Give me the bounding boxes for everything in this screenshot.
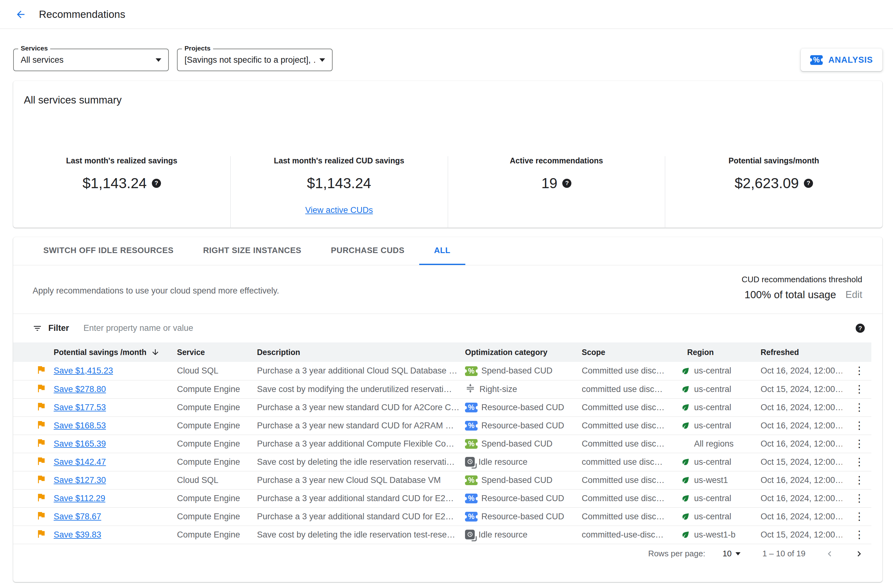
filter-input[interactable] xyxy=(83,323,855,333)
column-header-description[interactable]: Description xyxy=(257,342,465,362)
resource-cud-ticket-icon: % xyxy=(465,403,478,412)
savings-link[interactable]: Save $112.29 xyxy=(54,494,105,503)
row-menu-button[interactable]: ⋮ xyxy=(842,438,864,449)
row-menu-button[interactable]: ⋮ xyxy=(842,365,864,376)
leaf-icon xyxy=(681,384,690,394)
edit-threshold-link[interactable]: Edit xyxy=(846,289,862,300)
description-cell: Purchase a 3 year additional standard CU… xyxy=(257,507,465,526)
row-menu-button[interactable]: ⋮ xyxy=(842,402,864,412)
service-cell: Compute Engine xyxy=(177,417,257,435)
description-cell: Save cost by deleting the idle reservati… xyxy=(257,453,465,471)
back-button[interactable] xyxy=(14,8,28,21)
rows-per-page-select[interactable]: 10 xyxy=(723,549,741,558)
table-row: Save $78.67 Compute Engine Purchase a 3 … xyxy=(13,507,871,526)
column-header-scope[interactable]: Scope xyxy=(582,342,681,362)
help-icon[interactable]: ? xyxy=(562,179,571,188)
projects-select-value: [Savings not specific to a project], … xyxy=(185,55,315,65)
projects-select-label: Projects xyxy=(182,45,213,52)
column-header-optimization-category[interactable]: Optimization category xyxy=(465,342,582,362)
leaf-icon xyxy=(681,476,690,485)
analysis-button[interactable]: % ANALYSIS xyxy=(801,49,882,71)
flag-icon xyxy=(36,364,47,375)
view-active-cuds-link[interactable]: View active CUDs xyxy=(305,206,373,215)
category-cell: % Spend-based CUD xyxy=(465,362,582,380)
summary-stats: Last month's realized savings $1,143.24 … xyxy=(13,156,882,228)
row-menu-button[interactable]: ⋮ xyxy=(842,493,864,503)
leaf-icon xyxy=(681,366,690,376)
category-icon xyxy=(465,457,475,467)
services-select-label: Services xyxy=(18,45,50,52)
savings-link[interactable]: Save $1,415.23 xyxy=(54,366,113,375)
menu-column-header xyxy=(842,342,871,362)
row-menu-button[interactable]: ⋮ xyxy=(842,511,864,522)
table-row: Save $278.80 Compute Engine Save cost by… xyxy=(13,380,871,398)
stat-label: Potential savings/month xyxy=(665,156,882,165)
description-cell: Purchase a 3 year new standard CUD for A… xyxy=(257,398,465,417)
flag-column-header xyxy=(13,342,54,362)
savings-link[interactable]: Save $168.53 xyxy=(54,421,106,430)
projects-select[interactable]: Projects [Savings not specific to a proj… xyxy=(177,49,332,71)
tab-purchase-cuds[interactable]: PURCHASE CUDS xyxy=(316,237,419,265)
refreshed-cell: Oct 16, 2024, 12:00… xyxy=(761,507,842,526)
refreshed-cell: Oct 16, 2024, 12:00… xyxy=(761,417,842,435)
category-cell: % Resource-based CUD xyxy=(465,398,582,417)
savings-link[interactable]: Save $142.47 xyxy=(54,457,106,466)
row-menu-button[interactable]: ⋮ xyxy=(842,457,864,467)
tab-right-size-instances[interactable]: RIGHT SIZE INSTANCES xyxy=(188,237,316,265)
stat-realized-cud-savings: Last month's realized CUD savings $1,143… xyxy=(230,156,448,228)
stat-value: $1,143.24 xyxy=(83,175,147,192)
help-icon[interactable]: ? xyxy=(855,324,865,333)
savings-link[interactable]: Save $78.67 xyxy=(54,512,101,521)
refreshed-cell: Oct 16, 2024, 12:00… xyxy=(761,471,842,489)
category-cell: % Spend-based CUD xyxy=(465,471,582,489)
category-icon: % xyxy=(465,439,478,449)
arrow-back-icon xyxy=(15,9,26,20)
leaf-icon xyxy=(681,457,690,466)
flag-icon xyxy=(36,492,47,503)
row-menu-button[interactable]: ⋮ xyxy=(842,530,864,540)
stat-label: Last month's realized savings xyxy=(13,156,230,165)
savings-link[interactable]: Save $165.39 xyxy=(54,439,106,448)
flag-icon xyxy=(36,474,47,484)
row-menu-button[interactable]: ⋮ xyxy=(842,475,864,485)
region-cell: us-central xyxy=(681,380,761,398)
category-cell: Right-size xyxy=(465,380,582,398)
filter-icon xyxy=(33,324,42,333)
scope-cell: Committed use disc… xyxy=(582,435,681,453)
service-cell: Compute Engine xyxy=(177,507,257,526)
row-menu-button[interactable]: ⋮ xyxy=(842,384,864,394)
column-header-refreshed[interactable]: Refreshed xyxy=(761,342,842,362)
category-cell: % Resource-based CUD xyxy=(465,507,582,526)
row-menu-button[interactable]: ⋮ xyxy=(842,420,864,430)
scope-cell: committed use disc… xyxy=(582,380,681,398)
tab-switch-off-idle-resources[interactable]: SWITCH OFF IDLE RESOURCES xyxy=(29,237,188,265)
summary-title: All services summary xyxy=(24,94,882,106)
savings-link[interactable]: Save $127.30 xyxy=(54,476,106,485)
column-header-service[interactable]: Service xyxy=(177,342,257,362)
cud-threshold-value: 100% of total usage xyxy=(744,289,836,301)
service-cell: Compute Engine xyxy=(177,526,257,544)
refreshed-cell: Oct 15, 2024, 12:00… xyxy=(761,526,842,544)
description-cell: Purchase a 3 year new Cloud SQL Database… xyxy=(257,471,465,489)
savings-link[interactable]: Save $177.53 xyxy=(54,403,106,412)
chevron-down-icon xyxy=(319,58,325,62)
scope-cell: Committed use disc… xyxy=(582,362,681,380)
chevron-down-icon xyxy=(735,552,741,555)
next-page-button[interactable] xyxy=(854,549,864,559)
savings-link[interactable]: Save $278.80 xyxy=(54,384,106,394)
help-icon[interactable]: ? xyxy=(804,179,813,188)
flag-icon xyxy=(36,419,47,430)
previous-page-button[interactable] xyxy=(824,549,835,559)
category-icon xyxy=(465,383,476,396)
service-cell: Compute Engine xyxy=(177,398,257,417)
services-select[interactable]: Services All services xyxy=(13,49,169,71)
column-header-region[interactable]: Region xyxy=(681,342,761,362)
tab-all[interactable]: ALL xyxy=(419,237,465,265)
table-row: Save $127.30 Cloud SQL Purchase a 3 year… xyxy=(13,471,871,489)
savings-link[interactable]: Save $39.83 xyxy=(54,530,101,539)
resource-cud-ticket-icon: % xyxy=(465,512,478,522)
page-title: Recommendations xyxy=(39,9,125,20)
leaf-icon xyxy=(681,530,690,539)
help-icon[interactable]: ? xyxy=(152,179,161,188)
column-header-savings[interactable]: Potential savings /month xyxy=(54,342,177,362)
